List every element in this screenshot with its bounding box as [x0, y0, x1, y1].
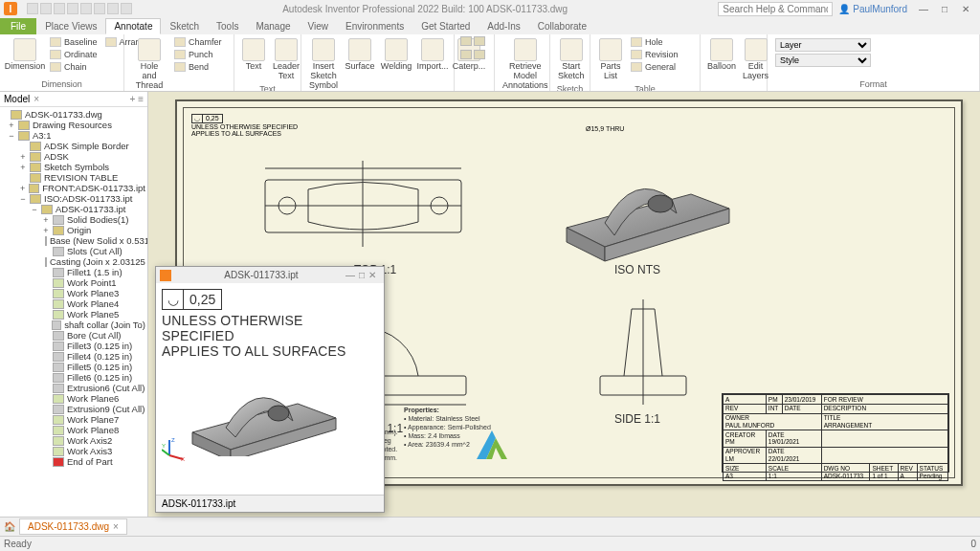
text-button[interactable]: Text — [240, 36, 267, 74]
window-title: Autodesk Inventor Professional 2022 Buil… — [132, 4, 718, 14]
qat-btn[interactable] — [27, 3, 38, 14]
parts-list-button[interactable]: Parts List — [596, 36, 625, 83]
autodesk-logo — [473, 425, 511, 463]
qat-btn[interactable] — [67, 3, 78, 14]
browser-tab[interactable]: Model — [4, 94, 30, 104]
symbol-icon[interactable] — [460, 50, 472, 59]
title-bar: I Autodesk Inventor Professional 2022 Bu… — [0, 0, 980, 17]
main-area: Model×+ ≡ ADSK-011733.dwg +Drawing Resou… — [0, 92, 980, 517]
bend-button[interactable]: Bend — [172, 61, 224, 73]
minimize-button[interactable]: — — [913, 4, 934, 14]
layer-dropdown[interactable]: Layer — [775, 38, 871, 52]
status-bar: Ready 0 — [0, 536, 980, 551]
tab-file[interactable]: File — [0, 18, 36, 34]
document-tabs: 🏠 ADSK-011733.dwg× — [0, 517, 980, 536]
retrieve-annotations-button[interactable]: Retrieve Model Annotations — [501, 36, 550, 92]
baseline-button[interactable]: Baseline — [48, 36, 100, 48]
close-button[interactable]: ✕ — [368, 270, 380, 280]
part-3d-view[interactable] — [183, 365, 345, 456]
document-tab[interactable]: ADSK-011733.dwg× — [19, 518, 127, 535]
side-view — [586, 290, 701, 409]
svg-text:X: X — [181, 456, 185, 461]
revision-button[interactable]: Revision — [629, 49, 680, 60]
start-sketch-button[interactable]: Start Sketch — [556, 36, 587, 83]
welding-button[interactable]: Welding — [380, 36, 412, 74]
symbol-icon[interactable] — [474, 50, 485, 59]
tab-sketch[interactable]: Sketch — [161, 18, 208, 34]
close-button[interactable]: ✕ — [955, 4, 976, 14]
dimension-button[interactable]: Dimension — [6, 36, 44, 74]
qat-btn[interactable] — [94, 3, 105, 14]
app-icon: I — [4, 2, 17, 15]
quick-access-toolbar[interactable] — [27, 3, 132, 14]
floating-tab[interactable]: ADSK-011733.ipt — [156, 495, 384, 512]
tab-tools[interactable]: Tools — [208, 18, 247, 34]
ordinate-button[interactable]: Ordinate — [48, 49, 100, 60]
status-count: 0 — [970, 539, 976, 549]
close-tab-icon[interactable]: × — [113, 521, 119, 532]
leader-text-button[interactable]: Leader Text — [271, 36, 301, 83]
style-dropdown[interactable]: Style — [775, 54, 871, 67]
tab-annotate[interactable]: Annotate — [105, 18, 161, 34]
status-text: Ready — [4, 539, 32, 549]
tab-add-ins[interactable]: Add-Ins — [479, 18, 528, 34]
tab-place-views[interactable]: Place Views — [36, 18, 105, 34]
tab-view[interactable]: View — [300, 18, 338, 34]
svg-line-27 — [162, 450, 169, 455]
hole-thread-button[interactable]: Hole and Thread — [130, 36, 168, 92]
svg-text:Z: Z — [171, 437, 175, 443]
qat-btn[interactable] — [40, 3, 52, 14]
general-table-button[interactable]: General — [629, 61, 680, 73]
svg-point-22 — [268, 406, 289, 421]
minimize-button[interactable]: — — [345, 270, 359, 280]
symbol-icon[interactable] — [474, 36, 485, 46]
sketch-symbol-button[interactable]: Insert Sketch Symbol — [307, 36, 340, 92]
ribbon: Dimension Baseline Ordinate Chain Arrang… — [0, 34, 980, 92]
qat-btn[interactable] — [121, 3, 132, 14]
iso-view — [547, 132, 739, 266]
axis-triad-icon: Z X Y — [162, 436, 187, 461]
part-floating-window[interactable]: ADSK-011733.ipt —□✕ ◡0,25 UNLESS OTHERWI… — [155, 266, 385, 513]
maximize-button[interactable]: □ — [934, 4, 955, 14]
ribbon-tabs: File Place Views Annotate Sketch Tools M… — [0, 17, 980, 34]
punch-button[interactable]: Punch — [172, 49, 224, 60]
window-buttons: —□✕ — [913, 4, 976, 14]
maximize-button[interactable]: □ — [359, 270, 368, 280]
chamfer-button[interactable]: Chamfer — [172, 36, 224, 48]
tab-collaborate[interactable]: Collaborate — [529, 18, 595, 34]
model-browser: Model×+ ≡ ADSK-011733.dwg +Drawing Resou… — [0, 92, 148, 517]
chain-button[interactable]: Chain — [48, 61, 100, 73]
tab-manage[interactable]: Manage — [247, 18, 299, 34]
help-search-input[interactable] — [718, 2, 833, 16]
home-icon[interactable]: 🏠 — [4, 521, 15, 532]
qat-btn[interactable] — [80, 3, 92, 14]
browser-close-icon[interactable]: × — [33, 94, 39, 104]
qat-btn[interactable] — [54, 3, 65, 14]
qat-btn[interactable] — [107, 3, 119, 14]
user-account[interactable]: 👤 PaulMunford — [838, 4, 907, 14]
app-icon — [160, 270, 171, 281]
model-tree[interactable]: ADSK-011733.dwg +Drawing Resources −A3:1… — [0, 107, 147, 517]
import-button[interactable]: Import... — [416, 36, 449, 74]
svg-point-9 — [648, 195, 673, 212]
edit-layers-button[interactable]: Edit Layers — [741, 36, 770, 83]
tab-get-started[interactable]: Get Started — [412, 18, 479, 34]
surface-button[interactable]: Surface — [344, 36, 376, 74]
top-view — [260, 151, 466, 256]
symbol-icon[interactable] — [460, 36, 472, 46]
tab-environments[interactable]: Environments — [337, 18, 412, 34]
balloon-button[interactable]: Balloon — [706, 36, 737, 74]
floating-title: ADSK-011733.ipt — [177, 270, 345, 280]
svg-text:Y: Y — [162, 443, 166, 449]
browser-toolbar-icon[interactable]: + ≡ — [130, 94, 144, 104]
title-block: APM23/01/2019FOR REVIEW REVINTDATEDESCRI… — [722, 393, 949, 473]
hole-table-button[interactable]: Hole — [629, 36, 680, 48]
